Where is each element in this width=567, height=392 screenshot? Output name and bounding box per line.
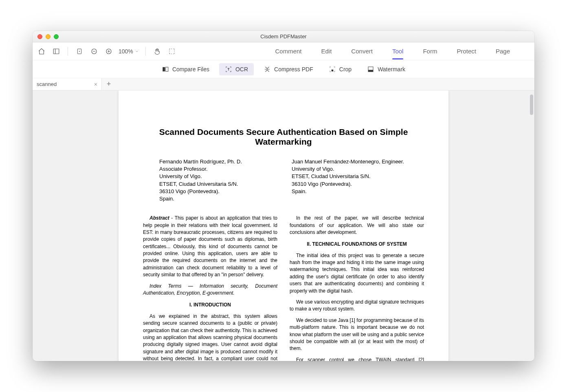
sidebar-toggle-button[interactable] <box>50 45 63 58</box>
zoom-value: 100% <box>119 48 133 55</box>
svg-rect-0 <box>53 49 59 54</box>
select-tool-button[interactable] <box>165 45 178 58</box>
document-tab-label: scanned <box>37 81 57 87</box>
svg-rect-14 <box>368 70 373 72</box>
menu-comment[interactable]: Comment <box>265 45 311 57</box>
document-tab[interactable]: scanned × <box>33 78 102 90</box>
tech-heading: II. TECHNICAL FOUNDATIONS OF SYSTEM <box>290 241 424 248</box>
hand-icon <box>154 48 161 55</box>
paper-body: Abstract - This paper is about an applic… <box>143 215 424 361</box>
panel-icon <box>53 48 60 55</box>
svg-point-3 <box>79 51 79 51</box>
window-maximize-button[interactable] <box>54 34 59 39</box>
fit-page-button[interactable] <box>73 45 86 58</box>
svg-rect-12 <box>332 69 334 71</box>
main-toolbar: 100% Comment Edit Convert Tool Form Prot… <box>33 42 534 60</box>
author-block-2: Juan Manuel Fernández-Montenegro, Engine… <box>292 158 408 203</box>
zoom-in-button[interactable] <box>102 45 115 58</box>
compress-pdf-button[interactable]: Compress PDF <box>258 63 319 75</box>
zoom-in-icon <box>105 48 112 55</box>
home-icon <box>38 48 45 55</box>
right-column: In the rest of the paper, we will descri… <box>290 215 424 361</box>
page-icon <box>76 48 83 55</box>
author-block-1: Fernando Martín Rodríguez, Ph. D. Associ… <box>159 158 275 203</box>
tool-subtoolbar: Compare Files T OCR Compress PDF Crop Wa… <box>33 60 534 78</box>
marquee-icon <box>168 48 176 55</box>
menu-convert[interactable]: Convert <box>341 45 382 57</box>
hand-tool-button[interactable] <box>151 45 164 58</box>
menu-bar: Comment Edit Convert Tool Form Protect P… <box>265 45 532 57</box>
compress-icon <box>264 66 271 73</box>
menu-edit[interactable]: Edit <box>312 45 342 57</box>
ocr-icon: T <box>225 66 232 73</box>
paper-title: Scanned Documents Secure Authentication … <box>143 127 424 147</box>
home-button[interactable] <box>35 45 48 58</box>
app-window: Cisdem PDFMaster 100% <box>33 31 534 361</box>
svg-rect-10 <box>166 67 168 71</box>
document-scroll[interactable]: Scanned Documents Secure Authentication … <box>33 90 534 361</box>
crop-button[interactable]: Crop <box>323 63 357 75</box>
vertical-scrollbar-thumb[interactable] <box>530 95 533 115</box>
zoom-dropdown[interactable]: 100% <box>119 48 139 55</box>
watermark-button[interactable]: Watermark <box>361 63 411 75</box>
titlebar: Cisdem PDFMaster <box>33 31 534 42</box>
document-tabbar: scanned × + <box>33 78 534 90</box>
compare-icon <box>162 66 169 73</box>
add-tab-button[interactable]: + <box>102 78 116 90</box>
menu-page[interactable]: Page <box>486 45 520 57</box>
menu-protect[interactable]: Protect <box>447 45 486 57</box>
left-column: Abstract - This paper is about an applic… <box>143 215 277 361</box>
intro-heading: I. INTRODUCTION <box>143 302 277 308</box>
zoom-out-button[interactable] <box>88 45 101 58</box>
svg-rect-9 <box>163 67 165 71</box>
watermark-icon <box>367 66 374 73</box>
crop-icon <box>329 66 336 73</box>
zoom-out-icon <box>90 48 98 55</box>
document-area: Scanned Documents Secure Authentication … <box>33 90 534 361</box>
pdf-page: Scanned Documents Secure Authentication … <box>119 90 448 361</box>
window-close-button[interactable] <box>37 34 42 39</box>
svg-text:T: T <box>227 68 229 71</box>
compare-files-button[interactable]: Compare Files <box>156 63 215 75</box>
close-tab-button[interactable]: × <box>94 81 97 88</box>
chevron-down-icon <box>135 49 139 53</box>
ocr-button[interactable]: T OCR <box>219 63 254 75</box>
window-minimize-button[interactable] <box>46 34 51 39</box>
menu-tool[interactable]: Tool <box>382 45 413 57</box>
app-title: Cisdem PDFMaster <box>33 33 534 40</box>
menu-form[interactable]: Form <box>413 45 447 57</box>
